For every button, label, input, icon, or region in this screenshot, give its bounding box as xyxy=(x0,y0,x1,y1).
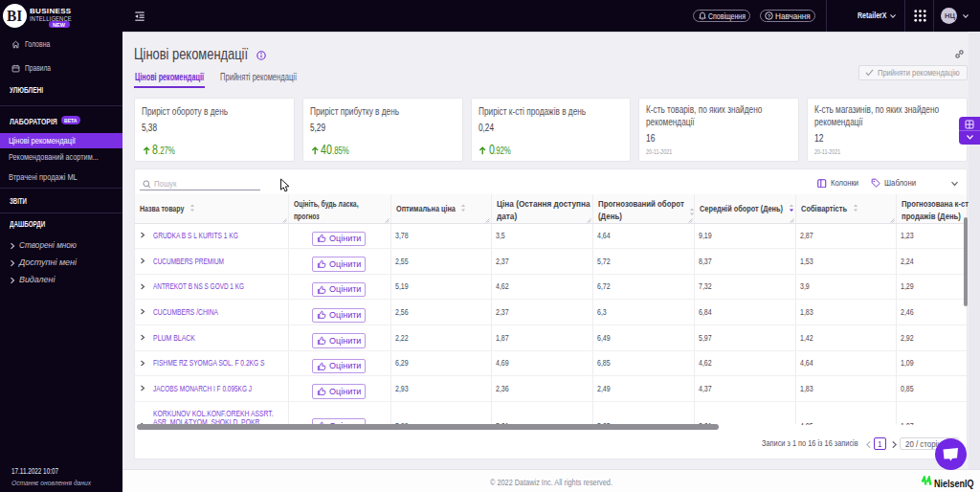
svg-text:?: ? xyxy=(768,13,770,19)
